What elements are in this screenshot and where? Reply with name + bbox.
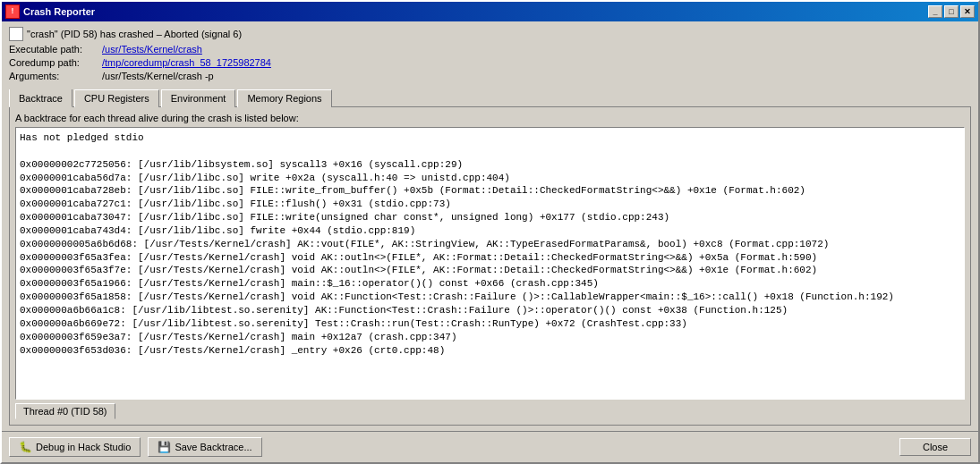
window-title: Crash Reporter — [23, 6, 95, 17]
save-button-label: Save Backtrace... — [175, 442, 251, 452]
save-icon: 💾 — [158, 441, 171, 453]
tab-memory-regions[interactable]: Memory Regions — [237, 89, 331, 107]
thread-tab-0[interactable]: Thread #0 (TID 58) — [15, 403, 115, 419]
executable-path-row: Executable path: /usr/Tests/Kernel/crash — [9, 44, 971, 55]
app-icon: ! — [5, 4, 20, 19]
tab-cpu-registers[interactable]: CPU Registers — [74, 89, 159, 107]
backtrace-panel: A backtrace for each thread alive during… — [9, 106, 971, 426]
coredump-value[interactable]: /tmp/coredump/crash_58_1725982784 — [102, 57, 271, 68]
save-backtrace-button[interactable]: 💾 Save Backtrace... — [148, 437, 261, 457]
tab-backtrace[interactable]: Backtrace — [9, 89, 72, 107]
content-area: "crash" (PID 58) has crashed – Aborted (… — [2, 21, 978, 431]
debug-button[interactable]: 🐛 Debug in Hack Studio — [9, 437, 141, 457]
tab-environment[interactable]: Environment — [161, 89, 236, 107]
arguments-label: Arguments: — [9, 71, 98, 81]
close-window-button[interactable]: ✕ — [960, 5, 975, 18]
coredump-label: Coredump path: — [9, 57, 98, 68]
title-bar-left: ! Crash Reporter — [5, 4, 95, 19]
maximize-button[interactable]: □ — [944, 5, 959, 18]
executable-label: Executable path: — [9, 44, 98, 55]
title-bar: ! Crash Reporter _ □ ✕ — [2, 2, 978, 21]
debug-icon: 🐛 — [19, 441, 32, 453]
coredump-path-row: Coredump path: /tmp/coredump/crash_58_17… — [9, 57, 971, 68]
backtrace-content[interactable]: Has not pledged stdio 0x00000002c7725056… — [15, 127, 965, 400]
executable-value[interactable]: /usr/Tests/Kernel/crash — [102, 44, 202, 55]
crash-reporter-window: ! Crash Reporter _ □ ✕ "crash" (PID 58) … — [0, 0, 980, 464]
tab-container: Backtrace CPU Registers Environment Memo… — [9, 89, 971, 426]
thread-tabs: Thread #0 (TID 58) — [15, 403, 965, 419]
panel-description: A backtrace for each thread alive during… — [15, 113, 965, 123]
tab-bar: Backtrace CPU Registers Environment Memo… — [9, 89, 971, 107]
close-button-label: Close — [923, 442, 948, 452]
crash-icon — [9, 27, 23, 41]
minimize-button[interactable]: _ — [928, 5, 942, 18]
bottom-left-buttons: 🐛 Debug in Hack Studio 💾 Save Backtrace.… — [9, 437, 262, 457]
title-buttons: _ □ ✕ — [928, 5, 975, 18]
debug-button-label: Debug in Hack Studio — [36, 442, 131, 452]
bottom-bar: 🐛 Debug in Hack Studio 💾 Save Backtrace.… — [2, 431, 978, 462]
arguments-value: /usr/Tests/Kernel/crash -p — [102, 71, 214, 81]
crash-info-text: "crash" (PID 58) has crashed – Aborted (… — [27, 29, 242, 39]
close-button[interactable]: Close — [899, 438, 971, 456]
crash-info-row: "crash" (PID 58) has crashed – Aborted (… — [9, 27, 971, 41]
arguments-row: Arguments: /usr/Tests/Kernel/crash -p — [9, 71, 971, 81]
